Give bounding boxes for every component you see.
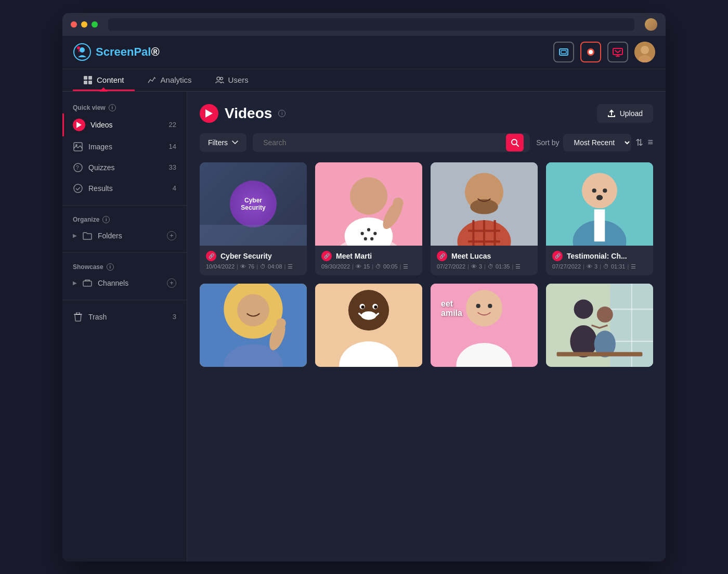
filters-row: Filters Sort by bbox=[200, 133, 653, 152]
trash-icon bbox=[73, 312, 83, 322]
sidebar-item-images[interactable]: Images 14 bbox=[62, 136, 187, 157]
quickview-info-icon[interactable]: i bbox=[109, 104, 116, 111]
svg-rect-14 bbox=[88, 76, 92, 80]
sidebar-item-trash[interactable]: Trash 3 bbox=[62, 307, 187, 327]
address-bar[interactable] bbox=[108, 18, 634, 31]
svg-rect-4 bbox=[561, 50, 566, 54]
svg-point-70 bbox=[361, 305, 365, 308]
svg-point-37 bbox=[364, 237, 367, 240]
users-icon bbox=[215, 75, 224, 85]
browser-window: ScreenPal® bbox=[62, 13, 666, 562]
svg-rect-86 bbox=[557, 352, 643, 356]
svg-point-76 bbox=[488, 303, 492, 308]
thumb-marti bbox=[315, 162, 422, 246]
sort-order-icon[interactable]: ⇅ bbox=[635, 137, 643, 148]
svg-point-11 bbox=[641, 46, 649, 54]
videos-play-icon bbox=[73, 119, 85, 131]
svg-point-75 bbox=[476, 303, 480, 308]
sidebar: Quick view i Videos 22 Images bbox=[62, 92, 187, 562]
svg-point-2 bbox=[77, 46, 80, 49]
video-card-lucas[interactable]: 🔗 Meet Lucas 07/27/2022 | 👁 3 | ⏱ 01:35 … bbox=[431, 162, 538, 275]
video-title-marti: Meet Marti bbox=[336, 252, 372, 260]
video-title-cyber: Cyber Security bbox=[220, 252, 272, 260]
svg-point-73 bbox=[466, 290, 502, 326]
videos-info-icon[interactable]: i bbox=[278, 110, 285, 117]
camila-overlay-text: eetamila bbox=[441, 299, 462, 318]
video-card-marti[interactable]: 🔗 Meet Marti 09/30/2022 | 👁 15 | ⏱ 00:05… bbox=[315, 162, 422, 275]
sidebar-item-quizzes[interactable]: ? Quizzes 33 bbox=[62, 157, 187, 178]
svg-point-54 bbox=[592, 188, 596, 193]
svg-rect-15 bbox=[84, 81, 87, 84]
showcase-section: Showcase i bbox=[62, 259, 187, 273]
video-card-office[interactable] bbox=[546, 284, 653, 367]
svg-point-40 bbox=[393, 197, 404, 208]
add-channel-icon[interactable]: + bbox=[167, 278, 176, 288]
video-card-hijab[interactable] bbox=[200, 284, 307, 367]
upload-button[interactable]: Upload bbox=[597, 104, 653, 123]
video-title-lucas: Meet Lucas bbox=[451, 252, 491, 260]
main-layout: Quick view i Videos 22 Images bbox=[62, 92, 666, 562]
sidebar-divider-1 bbox=[62, 205, 187, 206]
maximize-dot[interactable] bbox=[92, 21, 98, 28]
svg-point-59 bbox=[237, 294, 269, 326]
sidebar-item-channels[interactable]: ▶ Channels + bbox=[62, 273, 187, 294]
edit-button[interactable] bbox=[607, 42, 628, 62]
folders-icon bbox=[82, 231, 93, 241]
svg-rect-67 bbox=[363, 313, 375, 316]
video-card-camila[interactable]: eetamila bbox=[431, 284, 538, 367]
sidebar-divider-3 bbox=[62, 300, 187, 300]
search-button[interactable] bbox=[506, 134, 524, 151]
thumb-camila bbox=[431, 284, 538, 367]
cyber-bubble: CyberSecurity bbox=[230, 181, 277, 227]
quizzes-icon: ? bbox=[73, 162, 83, 173]
user-avatar[interactable] bbox=[634, 42, 655, 62]
sidebar-item-videos[interactable]: Videos 22 bbox=[62, 113, 187, 136]
svg-point-64 bbox=[348, 290, 389, 330]
svg-rect-7 bbox=[613, 48, 622, 55]
video-info-testimonial: 🔗 Testimonial: Ch... 07/27/2022 | 👁 3 | … bbox=[546, 246, 653, 275]
record-button[interactable] bbox=[580, 42, 601, 62]
link-icon-cyber: 🔗 bbox=[206, 251, 216, 261]
video-meta-cyber: 10/04/2022 | 👁 76 | ⏱ 04:08 | ☰ bbox=[206, 263, 301, 270]
minimize-dot[interactable] bbox=[81, 21, 87, 28]
video-meta-marti: 09/30/2022 | 👁 15 | ⏱ 00:05 | ☰ bbox=[321, 263, 416, 270]
tab-users[interactable]: Users bbox=[204, 69, 259, 91]
logo[interactable]: ScreenPal® bbox=[73, 43, 160, 61]
sidebar-item-results[interactable]: Results 4 bbox=[62, 178, 187, 199]
svg-point-38 bbox=[370, 237, 373, 240]
svg-rect-53 bbox=[594, 209, 605, 241]
svg-marker-27 bbox=[205, 109, 213, 118]
list-view-icon[interactable]: ≡ bbox=[647, 137, 653, 148]
browser-chrome bbox=[62, 13, 666, 36]
video-card-testimonial[interactable]: 🔗 Testimonial: Ch... 07/27/2022 | 👁 3 | … bbox=[546, 162, 653, 275]
upload-icon bbox=[607, 109, 616, 118]
svg-point-17 bbox=[217, 77, 220, 80]
search-icon bbox=[511, 138, 519, 147]
close-dot[interactable] bbox=[71, 21, 77, 28]
organize-info-icon[interactable]: i bbox=[102, 216, 110, 223]
link-icon-marti: 🔗 bbox=[321, 251, 332, 261]
video-card-blackman[interactable] bbox=[315, 284, 422, 367]
capture-button[interactable] bbox=[553, 42, 574, 62]
tab-analytics[interactable]: Analytics bbox=[137, 69, 202, 91]
sidebar-item-folders[interactable]: ▶ Folders + bbox=[62, 225, 187, 246]
page-title-row: Videos i bbox=[200, 104, 285, 123]
svg-point-84 bbox=[597, 306, 613, 322]
analytics-icon bbox=[147, 75, 157, 85]
page-title: Videos bbox=[225, 105, 272, 122]
link-icon-testimonial: 🔗 bbox=[552, 251, 563, 261]
svg-point-71 bbox=[374, 305, 377, 308]
tab-content[interactable]: Content bbox=[73, 69, 135, 91]
showcase-info-icon[interactable]: i bbox=[107, 263, 114, 271]
sort-select[interactable]: Most Recent bbox=[563, 134, 631, 151]
thumb-hijab bbox=[200, 284, 307, 367]
video-info-lucas: 🔗 Meet Lucas 07/27/2022 | 👁 3 | ⏱ 01:35 … bbox=[431, 246, 538, 275]
svg-point-1 bbox=[80, 47, 85, 53]
svg-point-55 bbox=[603, 188, 607, 193]
video-card-cyber[interactable]: CyberSecurity 🔗 Cyber Security 10/04/202… bbox=[200, 162, 307, 275]
filters-button[interactable]: Filters bbox=[200, 133, 246, 152]
search-box bbox=[253, 133, 530, 152]
add-folder-icon[interactable]: + bbox=[167, 231, 176, 240]
search-input[interactable] bbox=[259, 133, 506, 152]
sidebar-divider-2 bbox=[62, 252, 187, 253]
